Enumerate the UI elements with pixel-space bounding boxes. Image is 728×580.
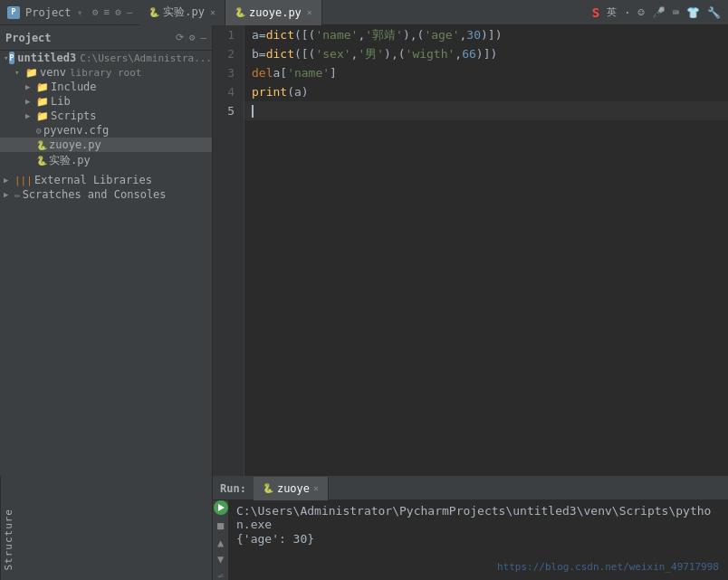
arrow-include: ▶ <box>25 82 36 91</box>
editor-tabs: 🐍 实验.py ✕ 🐍 zuoye.py ✕ <box>139 0 322 25</box>
tree-label-shijian-file: 实验.py <box>49 153 91 168</box>
tree-label-lib: Lib <box>51 95 71 108</box>
arrow-lib: ▶ <box>25 97 36 106</box>
code-line-4: print(a) <box>244 82 728 101</box>
tree-item-venv[interactable]: ▾ 📁 venv library root <box>0 65 212 80</box>
sidebar: Project ⟳ ⚙ — ▾ P untitled3 C:\Users\Adm… <box>0 25 213 580</box>
bottom-tab-label: zuoye <box>277 482 310 495</box>
toolbar-icon-3[interactable]: ⚙ <box>115 6 121 18</box>
stop-button[interactable]: ■ <box>214 518 228 533</box>
arrow-venv: ▾ <box>14 68 25 77</box>
bottom-tab-zuoye[interactable]: 🐍 zuoye ✕ <box>254 477 329 500</box>
top-right-icons: S 英 · ☺ 🎤 ⌨ 👕 🔧 <box>592 5 721 20</box>
tab-label-zuoye: zuoye.py <box>249 6 302 19</box>
cfg-icon-pyvenv: ⚙ <box>36 126 42 136</box>
tree-label-untitled3: untitled3 <box>17 52 76 64</box>
tree-label-zuoye-file: zuoye.py <box>49 138 101 151</box>
line-num-2: 2 <box>213 44 238 63</box>
tree-item-scratches[interactable]: ▶ ✏ Scratches and Consoles <box>0 187 212 202</box>
project-icon: P <box>7 6 20 19</box>
code-editor[interactable]: a = dict ([('name','郭靖'),('age',30)]) b … <box>244 25 728 476</box>
line-num-4: 4 <box>213 82 238 101</box>
bottom-content: ■ ▲ ▼ ⏎ C:\Users\Administrator\PycharmPr… <box>213 500 728 580</box>
arrow-scratches: ▶ <box>4 190 14 199</box>
toolbar-icon-2[interactable]: ≡ <box>103 6 110 18</box>
arrow-ext-libs: ▶ <box>4 176 14 185</box>
tree-sublabel-venv: library root <box>70 67 141 79</box>
main-wrapper: Project ⟳ ⚙ — ▾ P untitled3 C:\Users\Adm… <box>0 25 728 580</box>
py-icon-shijian-file: 🐍 <box>36 156 47 166</box>
tree-item-include[interactable]: ▶ 📁 Include <box>0 80 212 94</box>
tab-label-shijian: 实验.py <box>163 5 205 20</box>
shirt-icon: 👕 <box>686 6 700 19</box>
structure-tab[interactable]: Structure <box>0 476 16 580</box>
scroll-up-button[interactable]: ▲ <box>217 537 224 549</box>
tab-close-zuoye[interactable]: ✕ <box>307 7 312 17</box>
tree-label-venv: venv <box>40 66 66 79</box>
dot-sep: · <box>624 6 630 19</box>
tree-label-include: Include <box>51 81 97 93</box>
include-folder-icon: 📁 <box>36 81 49 93</box>
sidebar-header-icons: ⟳ ⚙ — <box>176 32 206 43</box>
editor-with-bottom: 1 2 3 4 5 a = dict ([('name','郭靖'),('age… <box>213 25 728 580</box>
run-label: Run: <box>213 482 254 495</box>
tree-sublabel-untitled3: C:\Users\Administra... <box>80 52 212 64</box>
sync-icon[interactable]: ⟳ <box>176 32 184 43</box>
project-chevron: ▾ <box>77 6 83 19</box>
editor-content: 1 2 3 4 5 a = dict ([('name','郭靖'),('age… <box>213 25 728 476</box>
mic-icon: 🎤 <box>652 6 666 19</box>
toolbar-icon-1[interactable]: ⚙ <box>92 6 99 18</box>
code-line-3: del a['name'] <box>244 63 728 82</box>
line-num-3: 3 <box>213 63 238 82</box>
top-bar: P Project ▾ ⚙ ≡ ⚙ — 🐍 实验.py ✕ 🐍 zuoye.py… <box>0 0 728 25</box>
line-num-5: 5 <box>213 101 238 120</box>
wrap-icon[interactable]: ⏎ <box>217 571 223 581</box>
gear-icon[interactable]: ⚙ <box>189 32 196 43</box>
text-cursor <box>252 105 254 118</box>
tab-shijian[interactable]: 🐍 实验.py ✕ <box>139 0 225 25</box>
tree-item-scripts[interactable]: ▶ 📁 Scripts <box>0 109 212 123</box>
output-line-1: C:\Users\Administrator\PycharmProjects\u… <box>236 504 721 531</box>
py-icon-zuoye: 🐍 <box>235 7 245 17</box>
play-icon <box>217 504 225 511</box>
py-icon-zuoye-file: 🐍 <box>36 140 47 150</box>
code-line-2: b = dict ([('sex','男') , ('wigth',66)]) <box>244 44 728 63</box>
output-result: {'age': 30} <box>236 532 314 546</box>
run-tab-close[interactable]: ✕ <box>313 483 319 493</box>
tree-item-ext-libs[interactable]: ▶ ||| External Libraries <box>0 173 212 187</box>
emoji-icon: ☺ <box>638 6 645 19</box>
tab-zuoye[interactable]: 🐍 zuoye.py ✕ <box>225 0 322 25</box>
minus-icon[interactable]: — <box>200 32 206 43</box>
tree-item-zuoye[interactable]: 🐍 zuoye.py <box>0 138 212 152</box>
line-num-1: 1 <box>213 25 238 44</box>
tree-label-ext-libs: External Libraries <box>34 174 152 186</box>
tree-label-pyvenv: pyvenv.cfg <box>43 124 109 137</box>
py-icon-shijian: 🐍 <box>148 7 159 17</box>
tree-item-pyvenv[interactable]: ⚙ pyvenv.cfg <box>0 123 212 138</box>
tree-item-shijian[interactable]: 🐍 实验.py <box>0 152 212 169</box>
tree-item-lib[interactable]: ▶ 📁 Lib <box>0 94 212 109</box>
output-area: C:\Users\Administrator\PycharmProjects\u… <box>229 500 728 580</box>
scripts-folder-icon: 📁 <box>36 110 49 122</box>
line-numbers: 1 2 3 4 5 <box>213 25 244 476</box>
sidebar-header: Project ⟳ ⚙ — <box>0 25 212 51</box>
settings-icon[interactable]: 🔧 <box>707 6 721 19</box>
run-controls: ■ ▲ ▼ ⏎ <box>214 500 228 580</box>
ime-label: 英 <box>607 5 617 19</box>
code-line-5[interactable] <box>244 101 728 120</box>
tree-item-untitled3[interactable]: ▾ P untitled3 C:\Users\Administra... <box>0 51 212 65</box>
run-play-button[interactable] <box>214 500 228 515</box>
project-toolbar: P Project ▾ ⚙ ≡ ⚙ — <box>7 6 132 19</box>
scroll-down-button[interactable]: ▼ <box>217 553 224 566</box>
arrow-scripts: ▶ <box>25 111 36 120</box>
kb-icon: ⌨ <box>673 6 679 19</box>
scratches-icon: ✏ <box>14 189 21 201</box>
venv-folder-icon: 📁 <box>25 67 38 79</box>
sidebar-title: Project <box>5 32 52 44</box>
code-line-1: a = dict ([('name','郭靖'),('age',30)]) <box>244 25 728 44</box>
structure-label[interactable]: Structure <box>3 509 14 571</box>
toolbar-icon-4[interactable]: — <box>127 6 133 18</box>
lib-folder-icon: 📁 <box>36 96 49 108</box>
tab-close-shijian[interactable]: ✕ <box>210 7 216 17</box>
ext-libs-icon: ||| <box>14 175 33 186</box>
